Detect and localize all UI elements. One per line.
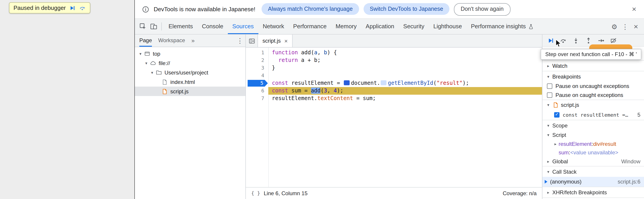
step-into-button[interactable] <box>571 36 580 45</box>
disclosure-icon[interactable]: ▾ <box>545 74 552 79</box>
line-number[interactable]: 2 <box>246 56 268 64</box>
more-options-icon[interactable]: ⋮ <box>620 23 630 30</box>
section-breakpoints[interactable]: ▾ Breakpoints <box>542 71 644 82</box>
tree-item-index-html[interactable]: index.html <box>135 77 246 87</box>
breakpoint-file-group[interactable]: ▾ script.js <box>542 100 644 110</box>
code-line-5[interactable]: 5const resultElement = document.getEleme… <box>246 79 542 87</box>
tab-lighthouse[interactable]: Lighthouse <box>429 19 466 34</box>
breakpoint-file-label: script.js <box>561 102 579 108</box>
code-line-6[interactable]: 6const sum = add(3, 4); <box>246 87 542 95</box>
resume-script-button[interactable] <box>546 36 555 45</box>
call-stack-label: Call Stack <box>552 169 576 175</box>
tree-item-file[interactable]: ▾file:// <box>135 58 246 68</box>
settings-gear-icon[interactable]: ⚙ <box>609 23 620 30</box>
line-number[interactable]: 7 <box>246 95 268 102</box>
code-editor[interactable]: 1function add(a, b) {2 return a + b;3}45… <box>246 47 542 187</box>
code-line-7[interactable]: 7resultElement.textContent = sum; <box>246 95 542 102</box>
scope-global-value: Window <box>621 158 644 165</box>
pause-caught-row[interactable]: Pause on caught exceptions <box>542 91 644 100</box>
disclosure-icon[interactable]: ▸ <box>545 63 552 68</box>
disclosure-icon[interactable]: ▾ <box>138 51 143 56</box>
tab-elements[interactable]: Elements <box>164 19 197 34</box>
tab-performance[interactable]: Performance <box>289 19 331 34</box>
step-over-icon[interactable] <box>79 5 86 11</box>
navigator-more-icon[interactable]: ⋮ <box>234 37 246 44</box>
scope-script-category[interactable]: ▾ Script <box>542 131 644 140</box>
tab-workspace[interactable]: Workspace <box>158 34 185 47</box>
scope-label: Scope <box>552 122 568 129</box>
code-line-3[interactable]: 3} <box>246 64 542 72</box>
disclosure-icon[interactable]: ▾ <box>143 61 149 65</box>
tree-item-top[interactable]: ▾top <box>135 49 246 58</box>
call-stack-frame[interactable]: (anonymous)script.js:6 <box>542 177 644 187</box>
pause-caught-checkbox[interactable] <box>547 92 552 98</box>
section-dom-breakpoints[interactable]: ▸ DOM Breakpoints <box>542 198 644 199</box>
close-tab-icon[interactable]: × <box>284 37 288 44</box>
pause-uncaught-row[interactable]: Pause on uncaught exceptions <box>542 82 644 91</box>
scope-global-row[interactable]: ▸ Global Window <box>542 157 644 166</box>
scope-variable-resultelement[interactable]: ▸resultElement: div#result <box>542 140 644 148</box>
tab-sources[interactable]: Sources <box>228 19 258 34</box>
code-line-4[interactable]: 4 <box>246 72 542 79</box>
section-scope[interactable]: ▾ Scope <box>542 120 644 131</box>
disclosure-icon[interactable]: ▾ <box>545 169 552 174</box>
inline-breakpoint-marker[interactable] <box>381 80 386 85</box>
editor-tab-scriptjs[interactable]: script.js × <box>258 34 293 47</box>
line-number[interactable]: 4 <box>246 72 268 79</box>
section-xhr-breakpoints[interactable]: ▸ XHR/fetch Breakpoints <box>542 187 644 198</box>
disclosure-icon[interactable]: ▸ <box>545 159 552 164</box>
inline-breakpoint-marker[interactable] <box>344 80 350 85</box>
tab-label: Performance insights <box>471 19 526 34</box>
breakpoint-checkbox[interactable] <box>554 112 560 118</box>
resume-script-icon[interactable] <box>70 5 76 11</box>
line-number[interactable]: 3 <box>246 64 268 72</box>
device-toolbar-icon[interactable] <box>148 23 159 30</box>
code-line-1[interactable]: 1function add(a, b) { <box>246 49 542 56</box>
disclosure-icon[interactable]: ▾ <box>149 70 155 75</box>
disclosure-icon[interactable]: ▸ <box>552 142 558 146</box>
tab-page[interactable]: Page <box>139 34 152 47</box>
tab-network[interactable]: Network <box>258 19 288 34</box>
tree-item-script-js[interactable]: script.js <box>135 87 246 96</box>
line-number[interactable]: 5 <box>246 79 268 87</box>
step-button[interactable] <box>596 36 605 45</box>
infobar-button-switch-devtools-to-japanese[interactable]: Switch DevTools to Japanese <box>364 3 450 14</box>
tab-performance-insights[interactable]: Performance insights <box>466 19 538 34</box>
code-line-2[interactable]: 2 return a + b; <box>246 56 542 64</box>
section-watch[interactable]: ▸ Watch <box>542 60 644 71</box>
tab-application[interactable]: Application <box>361 19 398 34</box>
close-devtools-icon[interactable]: × <box>630 23 641 30</box>
pause-uncaught-checkbox[interactable] <box>547 83 552 89</box>
toggle-navigator-icon[interactable] <box>246 34 258 47</box>
toolbar-separator <box>161 22 162 30</box>
step-out-button[interactable] <box>584 36 593 45</box>
sources-panel: Page Workspace » ⋮ ▾top▾file://▾Users/us… <box>135 34 644 199</box>
tab-memory[interactable]: Memory <box>331 19 361 34</box>
inspect-icon[interactable] <box>138 23 148 30</box>
variable-value: div#result <box>593 141 616 147</box>
more-tabs-icon[interactable]: » <box>192 37 194 44</box>
tab-security[interactable]: Security <box>399 19 429 34</box>
line-number[interactable]: 1 <box>246 49 268 56</box>
pretty-print-icon[interactable]: { } <box>251 190 260 196</box>
tab-label: Network <box>263 19 284 34</box>
breakpoint-entry[interactable]: const resultElement = doc⋯ 5 <box>542 110 644 120</box>
infobar-button-always-match-chrome-s-language[interactable]: Always match Chrome's language <box>262 3 359 14</box>
infobar-dismiss-icon[interactable]: × <box>629 5 640 13</box>
line-number[interactable]: 6 <box>246 87 268 95</box>
js-file-icon <box>553 102 560 108</box>
infobar-button-don-t-show-again[interactable]: Don't show again <box>454 3 510 15</box>
disclosure-icon[interactable]: ▾ <box>545 133 552 137</box>
scope-variable-sum[interactable]: sum: <value unavailable> <box>542 148 644 157</box>
disclosure-icon[interactable]: ▸ <box>545 190 552 195</box>
disclosure-icon[interactable]: ▾ <box>545 103 552 107</box>
tree-item-users-user-project[interactable]: ▾Users/user/project <box>135 68 246 77</box>
disclosure-icon[interactable]: ▾ <box>545 123 552 128</box>
deactivate-breakpoints-button[interactable] <box>609 36 618 45</box>
tab-console[interactable]: Console <box>197 19 228 34</box>
section-call-stack[interactable]: ▾ Call Stack <box>542 166 644 177</box>
tab-label: Security <box>403 19 424 34</box>
breakpoint-marker[interactable]: 5 <box>248 80 268 87</box>
variable-name: resultElement <box>558 141 592 147</box>
tab-label: Performance <box>293 19 327 34</box>
